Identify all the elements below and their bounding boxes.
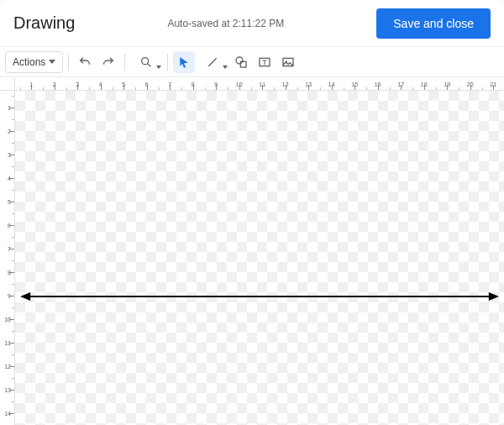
ruler-v-label: 9 — [8, 292, 11, 298]
ruler-v-label: 12 — [4, 363, 11, 369]
shape-icon — [234, 55, 248, 69]
svg-marker-9 — [20, 292, 30, 301]
shape-tool-button[interactable] — [230, 51, 252, 73]
line-tool-button[interactable] — [197, 51, 228, 73]
undo-icon — [78, 55, 92, 69]
save-and-close-button[interactable]: Save and close — [376, 8, 491, 39]
ruler-corner — [0, 77, 15, 91]
ruler-v-label: 6 — [8, 222, 11, 228]
ruler-h-label: 3 — [76, 81, 79, 87]
redo-button[interactable] — [97, 51, 119, 73]
ruler-v-label: 14 — [4, 410, 11, 416]
dialog-title: Drawing — [13, 13, 75, 33]
svg-marker-10 — [489, 292, 499, 301]
line-icon — [206, 55, 219, 69]
redo-icon — [102, 55, 115, 69]
select-tool-button[interactable] — [173, 51, 195, 73]
ruler-h-label: 5 — [122, 81, 125, 87]
cursor-icon — [177, 55, 191, 69]
ruler-h-label: 21 — [490, 81, 496, 87]
ruler-v-label: 13 — [4, 386, 11, 392]
caret-down-icon — [49, 60, 55, 64]
ruler-h-label: 20 — [467, 81, 474, 87]
image-icon — [281, 55, 295, 69]
ruler-v-label: 10 — [4, 316, 11, 322]
canvas-viewport[interactable] — [15, 91, 504, 425]
ruler-v-label: 2 — [8, 128, 11, 134]
ruler-h-label: 4 — [99, 81, 102, 87]
svg-point-3 — [236, 57, 243, 64]
double-arrow-shape[interactable] — [20, 291, 499, 302]
zoom-button[interactable] — [130, 51, 162, 73]
ruler-v-label: 5 — [8, 198, 11, 204]
work-area: 123456789101112131415161718192021 123456… — [0, 77, 504, 425]
ruler-h-label: 14 — [328, 81, 335, 87]
textbox-icon — [258, 55, 271, 69]
ruler-v-label: 8 — [8, 269, 11, 275]
caret-down-icon — [223, 66, 228, 69]
ruler-h-label: 17 — [397, 81, 404, 87]
svg-line-2 — [209, 58, 217, 66]
zoom-icon — [139, 55, 153, 69]
ruler-h-label: 18 — [421, 81, 428, 87]
ruler-v-label: 1 — [8, 104, 11, 110]
textbox-tool-button[interactable] — [254, 51, 276, 73]
ruler-h-label: 7 — [168, 81, 171, 87]
drawing-canvas[interactable] — [15, 91, 504, 425]
ruler-v-label: 3 — [8, 151, 11, 157]
undo-button[interactable] — [74, 51, 96, 73]
ruler-h-label: 12 — [282, 81, 289, 87]
ruler-h-label: 10 — [236, 81, 243, 87]
ruler-h-label: 9 — [214, 81, 218, 87]
ruler-h-label: 6 — [145, 81, 149, 87]
svg-line-1 — [148, 64, 150, 66]
ruler-h-label: 13 — [305, 81, 312, 87]
horizontal-ruler: 123456789101112131415161718192021 — [15, 77, 504, 91]
actions-menu-button[interactable]: Actions — [5, 51, 63, 73]
toolbar: Actions — [0, 47, 504, 77]
ruler-h-label: 19 — [444, 81, 450, 87]
separator — [124, 54, 125, 71]
title-bar: Drawing Auto-saved at 2:11:22 PM Save an… — [0, 0, 504, 47]
ruler-h-label: 15 — [351, 81, 358, 87]
svg-rect-4 — [241, 61, 247, 67]
svg-point-0 — [142, 57, 149, 64]
ruler-h-label: 2 — [53, 81, 56, 87]
caret-down-icon — [156, 66, 161, 69]
drawing-dialog: Drawing Auto-saved at 2:11:22 PM Save an… — [0, 0, 504, 425]
image-tool-button[interactable] — [277, 51, 299, 73]
ruler-v-label: 11 — [4, 339, 11, 345]
ruler-v-label: 7 — [8, 245, 11, 251]
ruler-h-label: 8 — [192, 81, 195, 87]
ruler-v-label: 4 — [8, 175, 11, 181]
vertical-ruler: 1234567891011121314 — [0, 91, 15, 425]
ruler-h-label: 16 — [375, 81, 381, 87]
separator — [68, 54, 69, 71]
separator — [167, 54, 168, 71]
actions-label: Actions — [13, 56, 45, 68]
ruler-h-label: 11 — [259, 81, 265, 87]
ruler-h-label: 1 — [29, 81, 33, 87]
autosave-status: Auto-saved at 2:11:22 PM — [85, 18, 366, 29]
